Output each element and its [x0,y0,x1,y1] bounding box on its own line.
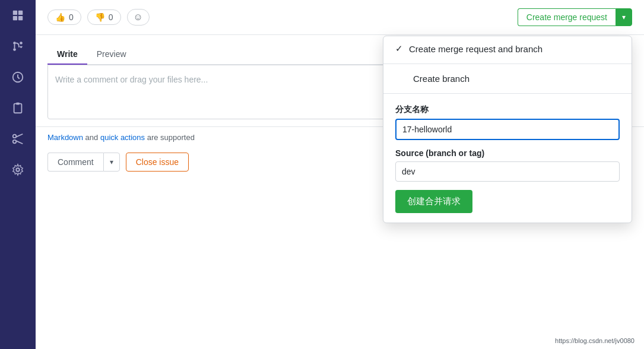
url-bar: https://blog.csdn.net/jv0080 [555,337,635,344]
dropdown-arrow-icon: ▾ [622,13,626,21]
thumbsup-button[interactable]: 👍 0 [47,9,81,25]
svg-point-6 [20,42,23,45]
svg-line-14 [16,141,23,144]
settings-icon[interactable] [8,160,27,179]
thumbsdown-button[interactable]: 👎 0 [87,9,121,25]
branch-name-label: 分支名称 [395,104,620,115]
source-value: dev [395,161,620,182]
svg-point-5 [13,48,16,51]
create-merge-request-button[interactable]: Create merge request [518,8,616,26]
dropdown-form: 分支名称 Source (branch or tag) dev 创建合并请求 [383,96,632,223]
thumbsdown-emoji: 👎 [95,12,105,22]
dropdown-divider-2 [383,93,632,94]
markdown-link[interactable]: Markdown [47,133,83,142]
svg-point-11 [13,135,17,138]
clock-icon[interactable] [8,68,27,87]
svg-rect-0 [13,11,17,15]
tab-preview[interactable]: Preview [87,45,136,65]
comment-button[interactable]: Comment [47,153,103,172]
svg-rect-9 [14,104,22,113]
merge-request-dropdown: ✓ Create merge request and branch Create… [383,36,632,223]
svg-rect-3 [18,16,23,20]
branch-name-input[interactable] [395,119,620,140]
svg-rect-2 [13,16,17,20]
reaction-bar: 👍 0 👎 0 ☺ Create merge request ▾ [36,0,644,35]
svg-point-4 [13,42,16,45]
merge-request-icon[interactable] [8,37,27,56]
svg-line-13 [16,134,23,137]
thumbsup-emoji: 👍 [55,12,65,22]
submit-merge-request-button[interactable]: 创建合并请求 [395,190,472,213]
reactions-group: 👍 0 👎 0 ☺ [47,9,150,26]
main-content: 👍 0 👎 0 ☺ Create merge request ▾ Write [36,0,644,349]
scissors-icon[interactable] [8,129,27,148]
emoji-picker-button[interactable]: ☺ [127,9,150,26]
thumbsdown-count: 0 [109,12,113,22]
smile-icon: ☺ [134,12,143,22]
svg-rect-1 [18,11,23,15]
clipboard-icon[interactable] [8,99,27,118]
comment-dropdown-arrow: ▾ [110,158,113,166]
markdown-supported: are supported [147,133,195,142]
close-issue-button[interactable]: Close issue [126,153,189,172]
quick-actions-link[interactable]: quick actions [100,133,145,142]
tab-write[interactable]: Write [47,45,87,65]
markdown-and: and [85,133,99,142]
logo-icon[interactable] [8,6,27,25]
dropdown-item-branch[interactable]: Create branch [383,66,632,91]
dropdown-divider [383,64,632,64]
source-label: Source (branch or tag) [395,148,620,158]
thumbsup-count: 0 [69,12,74,22]
checkmark-icon: ✓ [395,43,403,54]
sidebar [0,0,36,349]
create-merge-dropdown-button[interactable]: ▾ [616,8,632,26]
svg-rect-10 [16,103,20,105]
svg-point-15 [16,168,20,172]
comment-btn-group: Comment ▾ [47,153,120,172]
create-merge-group: Create merge request ▾ [518,8,632,26]
dropdown-item-merge-and-branch[interactable]: ✓ Create merge request and branch [383,36,632,61]
comment-dropdown-button[interactable]: ▾ [103,153,120,172]
svg-point-12 [13,140,17,144]
